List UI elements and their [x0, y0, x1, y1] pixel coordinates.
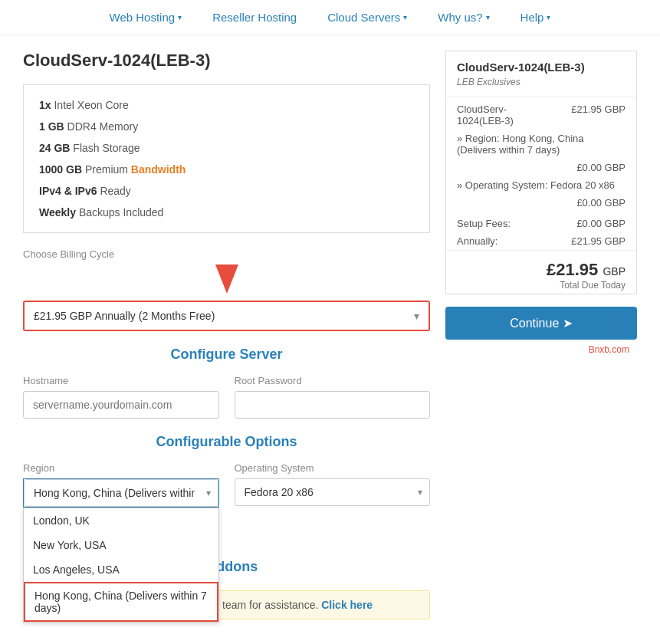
root-password-group: Root Password — [235, 375, 431, 419]
hostname-label: Hostname — [23, 375, 219, 386]
nav-reseller-hosting[interactable]: Reseller Hosting — [212, 11, 297, 24]
order-total-amount: £21.95 GBP — [457, 260, 626, 280]
configurable-options-title: Configurable Options — [23, 434, 430, 450]
spec-ip: IPv4 & IPv6 Ready — [39, 185, 414, 197]
order-summary-title: CloudServ-1024(LEB-3) — [446, 51, 636, 77]
spec-storage: 24 GB Flash Storage — [39, 142, 414, 154]
hostname-group: Hostname — [23, 375, 219, 419]
continue-button-label: Continue — [510, 317, 559, 330]
region-group: Region Hong Kong, China (Delivers within… — [23, 462, 219, 508]
os-group: Operating System Fedora 20 x86 CentOS 7 … — [235, 462, 431, 508]
order-os-label: » Operating System: Fedora 20 x86 — [446, 176, 636, 194]
order-total-label: Total Due Today — [457, 280, 626, 291]
billing-select-wrapper: £21.95 GBP Annually (2 Months Free) £2.4… — [23, 301, 430, 331]
nav-cloud-servers[interactable]: Cloud Servers ▾ — [327, 11, 407, 24]
region-option-la[interactable]: Los Angeles, USA — [24, 557, 218, 582]
os-select[interactable]: Fedora 20 x86 CentOS 7 x86_64 Ubuntu 14.… — [235, 478, 431, 506]
order-product-price: £21.95 GBP — [553, 100, 636, 130]
order-row-setup: Setup Fees: £0.00 GBP — [446, 212, 636, 232]
region-option-newyork[interactable]: New York, USA — [24, 533, 218, 557]
order-region-price: £0.00 GBP — [553, 159, 636, 176]
order-annually-label: Annually: — [446, 232, 553, 250]
config-options-row: Region Hong Kong, China (Delivers within… — [23, 462, 430, 508]
footer-brand: Bnxb.com — [445, 340, 637, 358]
order-setup-label: Setup Fees: — [446, 212, 553, 232]
root-password-input[interactable] — [235, 391, 431, 419]
nav-web-hosting[interactable]: Web Hosting ▾ — [110, 11, 182, 24]
right-panel: CloudServ-1024(LEB-3) LEB Exclusives Clo… — [445, 51, 637, 619]
svg-marker-0 — [215, 264, 238, 294]
order-region-price-label — [446, 159, 553, 176]
configure-server-title: Configure Server — [23, 347, 430, 363]
order-summary: CloudServ-1024(LEB-3) LEB Exclusives Clo… — [445, 51, 637, 294]
os-label: Operating System — [235, 462, 431, 474]
spec-ram: 1 GB DDR4 Memory — [39, 120, 414, 133]
order-product-label: CloudServ-1024(LEB-3) — [446, 100, 553, 130]
region-label: Region — [23, 462, 219, 474]
order-row-annually: Annually: £21.95 GBP — [446, 232, 636, 250]
support-link[interactable]: Click here — [321, 599, 373, 611]
order-row-region: » Region: Hong Kong, China (Delivers wit… — [446, 130, 636, 159]
region-select-wrapper: Hong Kong, China (Delivers within 7 days… — [23, 478, 219, 508]
nav-cloud-servers-label: Cloud Servers — [327, 11, 400, 24]
spec-ram-bold: 1 GB — [39, 120, 64, 133]
billing-select[interactable]: £21.95 GBP Annually (2 Months Free) £2.4… — [25, 302, 429, 330]
nav-cloud-servers-arrow: ▾ — [403, 13, 407, 21]
spec-ip-bold: IPv4 & IPv6 — [39, 185, 97, 197]
order-region-label: » Region: Hong Kong, China (Delivers wit… — [446, 130, 636, 159]
left-panel: CloudServ-1024(LEB-3) 1x Intel Xeon Core… — [23, 51, 430, 619]
order-row-product: CloudServ-1024(LEB-3) £21.95 GBP — [446, 100, 636, 130]
nav-help[interactable]: Help ▾ — [520, 11, 551, 24]
main-container: CloudServ-1024(LEB-3) 1x Intel Xeon Core… — [0, 35, 660, 635]
order-annually-price: £21.95 GBP — [553, 232, 636, 250]
order-total-currency: GBP — [603, 265, 626, 278]
spec-bandwidth-link[interactable]: Bandwidth — [131, 163, 186, 176]
order-summary-table: CloudServ-1024(LEB-3) £21.95 GBP » Regio… — [446, 100, 636, 250]
configurable-options-section: Configurable Options Region Hong Kong, C… — [23, 434, 430, 536]
order-os-price: £0.00 GBP — [553, 194, 636, 212]
hostname-input[interactable] — [23, 391, 219, 419]
nav-help-label: Help — [520, 11, 544, 24]
region-select[interactable]: Hong Kong, China (Delivers within 7 days… — [24, 479, 218, 507]
order-row-region-price: £0.00 GBP — [446, 159, 636, 176]
main-nav: Web Hosting ▾ Reseller Hosting Cloud Ser… — [0, 0, 660, 35]
order-setup-price: £0.00 GBP — [553, 212, 636, 232]
billing-arrow-indicator — [23, 264, 430, 297]
root-password-label: Root Password — [235, 375, 431, 386]
region-dropdown-list: London, UK New York, USA Los Angeles, US… — [23, 508, 219, 623]
os-select-wrapper: Fedora 20 x86 CentOS 7 x86_64 Ubuntu 14.… — [235, 478, 431, 506]
continue-arrow-icon: ➤ — [563, 317, 573, 330]
nav-web-hosting-label: Web Hosting — [110, 11, 176, 24]
spec-backups-bold: Weekly — [39, 206, 76, 219]
order-row-os-price: £0.00 GBP — [446, 194, 636, 212]
billing-label: Choose Billing Cycle — [23, 248, 430, 260]
billing-section: Choose Billing Cycle £21.95 GBP Annually… — [23, 248, 430, 331]
spec-cpu: 1x Intel Xeon Core — [39, 99, 414, 111]
spec-storage-bold: 24 GB — [39, 142, 70, 154]
nav-why-us-label: Why us? — [438, 11, 482, 24]
spec-cpu-bold: 1x — [39, 99, 51, 111]
spec-bandwidth: 1000 GB Premium Bandwidth — [39, 163, 414, 176]
nav-why-us-arrow: ▾ — [486, 13, 490, 21]
nav-why-us[interactable]: Why us? ▾ — [438, 11, 489, 24]
configure-server-form: Hostname Root Password — [23, 375, 430, 419]
order-os-price-label — [446, 194, 553, 212]
nav-help-arrow: ▾ — [547, 13, 550, 21]
nav-reseller-hosting-label: Reseller Hosting — [212, 11, 297, 24]
product-title: CloudServ-1024(LEB-3) — [23, 51, 430, 71]
continue-button[interactable]: Continue ➤ — [445, 307, 637, 340]
spec-backups: Weekly Backups Included — [39, 206, 414, 219]
region-option-london[interactable]: London, UK — [24, 508, 218, 533]
red-down-arrow-icon — [208, 264, 246, 295]
order-row-os: » Operating System: Fedora 20 x86 — [446, 176, 636, 194]
order-total-section: £21.95 GBP Total Due Today — [446, 250, 636, 294]
region-option-hk[interactable]: Hong Kong, China (Delivers within 7 days… — [24, 582, 218, 622]
nav-web-hosting-arrow: ▾ — [178, 13, 182, 21]
specs-box: 1x Intel Xeon Core 1 GB DDR4 Memory 24 G… — [23, 84, 430, 233]
spec-bandwidth-bold: 1000 GB — [39, 163, 82, 176]
order-summary-subtitle: LEB Exclusives — [446, 77, 636, 94]
